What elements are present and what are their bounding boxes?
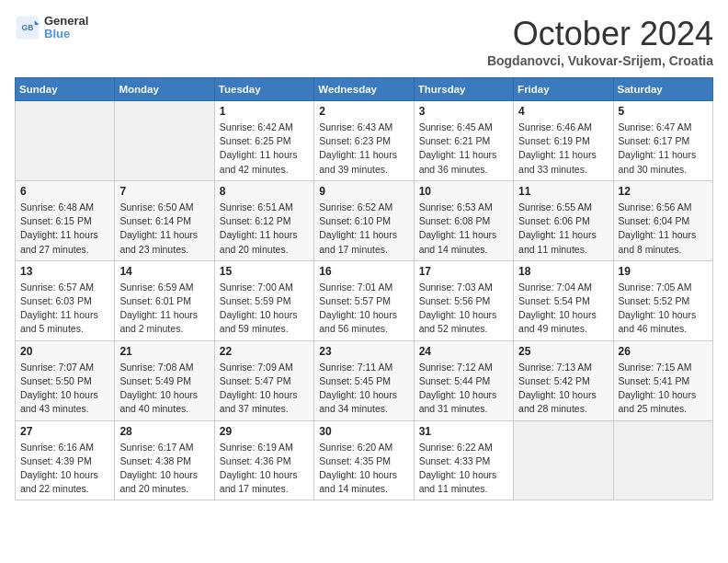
logo-icon: GB	[15, 15, 40, 40]
calendar-cell: 5 Sunrise: 6:47 AMSunset: 6:17 PMDayligh…	[613, 101, 712, 181]
day-header-saturday: Saturday	[613, 78, 712, 101]
calendar-cell: 2 Sunrise: 6:43 AMSunset: 6:23 PMDayligh…	[314, 101, 414, 181]
day-header-wednesday: Wednesday	[314, 78, 414, 101]
day-detail: Sunrise: 6:56 AMSunset: 6:04 PMDaylight:…	[619, 201, 708, 257]
calendar-cell: 6 Sunrise: 6:48 AMSunset: 6:15 PMDayligh…	[16, 180, 115, 260]
day-number: 24	[419, 345, 508, 358]
day-detail: Sunrise: 6:52 AMSunset: 6:10 PMDaylight:…	[319, 201, 408, 257]
calendar-cell: 22 Sunrise: 7:09 AMSunset: 5:47 PMDaylig…	[214, 340, 313, 420]
calendar-cell: 25 Sunrise: 7:13 AMSunset: 5:42 PMDaylig…	[514, 340, 613, 420]
calendar-cell: 16 Sunrise: 7:01 AMSunset: 5:57 PMDaylig…	[314, 260, 414, 340]
day-header-monday: Monday	[115, 78, 214, 101]
svg-text:GB: GB	[22, 23, 34, 32]
calendar-cell: 26 Sunrise: 7:15 AMSunset: 5:41 PMDaylig…	[613, 340, 712, 420]
day-detail: Sunrise: 6:43 AMSunset: 6:23 PMDaylight:…	[319, 121, 408, 177]
day-number: 14	[119, 265, 209, 278]
day-number: 5	[619, 105, 708, 118]
day-number: 22	[220, 345, 309, 358]
calendar-cell: 17 Sunrise: 7:03 AMSunset: 5:56 PMDaylig…	[414, 260, 513, 340]
day-number: 10	[419, 185, 508, 198]
day-detail: Sunrise: 6:20 AMSunset: 4:35 PMDaylight:…	[319, 441, 408, 497]
day-detail: Sunrise: 7:04 AMSunset: 5:54 PMDaylight:…	[518, 281, 608, 337]
day-detail: Sunrise: 6:53 AMSunset: 6:08 PMDaylight:…	[419, 201, 508, 257]
calendar-cell	[115, 101, 214, 181]
day-detail: Sunrise: 6:17 AMSunset: 4:38 PMDaylight:…	[119, 441, 209, 497]
day-detail: Sunrise: 7:01 AMSunset: 5:57 PMDaylight:…	[319, 281, 408, 337]
calendar-cell: 19 Sunrise: 7:05 AMSunset: 5:52 PMDaylig…	[613, 260, 712, 340]
calendar-table: SundayMondayTuesdayWednesdayThursdayFrid…	[15, 77, 713, 500]
day-number: 17	[419, 265, 508, 278]
day-detail: Sunrise: 7:03 AMSunset: 5:56 PMDaylight:…	[419, 281, 508, 337]
calendar-cell: 18 Sunrise: 7:04 AMSunset: 5:54 PMDaylig…	[514, 260, 613, 340]
logo-general: General	[44, 15, 88, 28]
day-number: 1	[220, 105, 309, 118]
day-detail: Sunrise: 7:08 AMSunset: 5:49 PMDaylight:…	[119, 361, 209, 417]
logo: GB General Blue	[15, 15, 88, 41]
calendar-cell	[514, 420, 613, 500]
day-number: 19	[619, 265, 708, 278]
calendar-cell: 27 Sunrise: 6:16 AMSunset: 4:39 PMDaylig…	[16, 420, 115, 500]
day-number: 16	[319, 265, 408, 278]
calendar-cell: 23 Sunrise: 7:11 AMSunset: 5:45 PMDaylig…	[314, 340, 414, 420]
calendar-cell: 30 Sunrise: 6:20 AMSunset: 4:35 PMDaylig…	[314, 420, 414, 500]
calendar-cell: 31 Sunrise: 6:22 AMSunset: 4:33 PMDaylig…	[414, 420, 513, 500]
logo-blue: Blue	[44, 28, 88, 40]
day-number: 20	[20, 345, 109, 358]
month-title: October 2024	[487, 15, 713, 53]
calendar-cell: 29 Sunrise: 6:19 AMSunset: 4:36 PMDaylig…	[214, 420, 313, 500]
day-header-sunday: Sunday	[16, 78, 115, 101]
day-header-thursday: Thursday	[414, 78, 513, 101]
day-number: 29	[220, 425, 309, 438]
day-number: 15	[220, 265, 309, 278]
day-detail: Sunrise: 7:12 AMSunset: 5:44 PMDaylight:…	[419, 361, 508, 417]
day-detail: Sunrise: 6:51 AMSunset: 6:12 PMDaylight:…	[220, 201, 309, 257]
calendar-body: 1 Sunrise: 6:42 AMSunset: 6:25 PMDayligh…	[16, 101, 713, 500]
day-detail: Sunrise: 6:48 AMSunset: 6:15 PMDaylight:…	[20, 201, 109, 257]
day-number: 26	[619, 345, 708, 358]
day-number: 6	[20, 185, 109, 198]
calendar-cell: 20 Sunrise: 7:07 AMSunset: 5:50 PMDaylig…	[16, 340, 115, 420]
calendar-cell: 15 Sunrise: 7:00 AMSunset: 5:59 PMDaylig…	[214, 260, 313, 340]
logo-text: General Blue	[44, 15, 88, 41]
day-number: 23	[319, 345, 408, 358]
day-number: 9	[319, 185, 408, 198]
calendar-cell: 21 Sunrise: 7:08 AMSunset: 5:49 PMDaylig…	[115, 340, 214, 420]
calendar-week-1: 1 Sunrise: 6:42 AMSunset: 6:25 PMDayligh…	[16, 101, 713, 181]
day-header-friday: Friday	[514, 78, 613, 101]
day-detail: Sunrise: 6:45 AMSunset: 6:21 PMDaylight:…	[419, 121, 508, 177]
calendar-cell: 3 Sunrise: 6:45 AMSunset: 6:21 PMDayligh…	[414, 101, 513, 181]
day-number: 3	[419, 105, 508, 118]
day-number: 28	[119, 425, 209, 438]
day-number: 7	[119, 185, 209, 198]
day-detail: Sunrise: 7:15 AMSunset: 5:41 PMDaylight:…	[619, 361, 708, 417]
day-header-tuesday: Tuesday	[214, 78, 313, 101]
calendar-cell: 12 Sunrise: 6:56 AMSunset: 6:04 PMDaylig…	[613, 180, 712, 260]
calendar-cell: 14 Sunrise: 6:59 AMSunset: 6:01 PMDaylig…	[115, 260, 214, 340]
day-number: 2	[319, 105, 408, 118]
location: Bogdanovci, Vukovar-Srijem, Croatia	[487, 53, 713, 68]
day-detail: Sunrise: 7:05 AMSunset: 5:52 PMDaylight:…	[619, 281, 708, 337]
calendar-cell: 10 Sunrise: 6:53 AMSunset: 6:08 PMDaylig…	[414, 180, 513, 260]
calendar-week-5: 27 Sunrise: 6:16 AMSunset: 4:39 PMDaylig…	[16, 420, 713, 500]
day-detail: Sunrise: 6:22 AMSunset: 4:33 PMDaylight:…	[419, 441, 508, 497]
calendar-cell: 24 Sunrise: 7:12 AMSunset: 5:44 PMDaylig…	[414, 340, 513, 420]
day-detail: Sunrise: 6:50 AMSunset: 6:14 PMDaylight:…	[119, 201, 209, 257]
calendar-week-2: 6 Sunrise: 6:48 AMSunset: 6:15 PMDayligh…	[16, 180, 713, 260]
day-detail: Sunrise: 6:59 AMSunset: 6:01 PMDaylight:…	[119, 281, 209, 337]
calendar-header-row: SundayMondayTuesdayWednesdayThursdayFrid…	[16, 78, 713, 101]
day-number: 13	[20, 265, 109, 278]
calendar-cell: 7 Sunrise: 6:50 AMSunset: 6:14 PMDayligh…	[115, 180, 214, 260]
day-detail: Sunrise: 7:13 AMSunset: 5:42 PMDaylight:…	[518, 361, 608, 417]
page-header: GB General Blue October 2024 Bogdanovci,…	[15, 15, 713, 68]
title-area: October 2024 Bogdanovci, Vukovar-Srijem,…	[487, 15, 713, 68]
day-detail: Sunrise: 6:55 AMSunset: 6:06 PMDaylight:…	[518, 201, 608, 257]
day-number: 4	[518, 105, 608, 118]
day-detail: Sunrise: 6:46 AMSunset: 6:19 PMDaylight:…	[518, 121, 608, 177]
day-detail: Sunrise: 6:16 AMSunset: 4:39 PMDaylight:…	[20, 441, 109, 497]
day-number: 25	[518, 345, 608, 358]
calendar-cell: 28 Sunrise: 6:17 AMSunset: 4:38 PMDaylig…	[115, 420, 214, 500]
calendar-week-4: 20 Sunrise: 7:07 AMSunset: 5:50 PMDaylig…	[16, 340, 713, 420]
day-detail: Sunrise: 7:11 AMSunset: 5:45 PMDaylight:…	[319, 361, 408, 417]
day-number: 30	[319, 425, 408, 438]
day-detail: Sunrise: 7:09 AMSunset: 5:47 PMDaylight:…	[220, 361, 309, 417]
